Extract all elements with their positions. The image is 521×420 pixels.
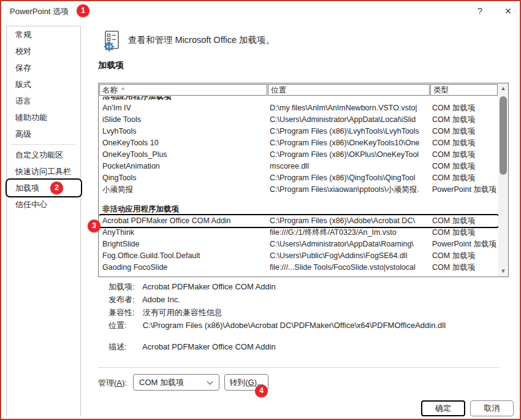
sidebar-item-quick-access[interactable]: 快速访问工具栏 bbox=[7, 163, 80, 180]
table-row[interactable]: OneKeyTools_Plus C:\Program Files (x86)\… bbox=[99, 149, 498, 161]
group-header-active: 活动应用程序加载项 bbox=[99, 96, 498, 102]
group-header-inactive: 非活动应用程序加载项 bbox=[99, 204, 498, 215]
table-row[interactable]: PocketAnimation mscoree.dll COM 加载项 bbox=[99, 161, 498, 172]
ok-button[interactable]: 确定 bbox=[421, 400, 465, 416]
table-row[interactable]: An'Im IV D:\my files\AnIm\AnImNewborn.VS… bbox=[99, 102, 498, 114]
table-row[interactable]: OneKeyTools 10 C:\Program Files (x86)\On… bbox=[99, 137, 498, 149]
table-body: 活动应用程序加载项 An'Im IV D:\my files\AnIm\AnIm… bbox=[99, 96, 498, 277]
sidebar-item-layout[interactable]: 版式 bbox=[7, 76, 80, 93]
sort-ascending-icon: ^ bbox=[121, 86, 124, 94]
chevron-down-icon bbox=[207, 379, 213, 385]
table-scrollbar[interactable]: ▲ ▼ bbox=[498, 83, 508, 277]
annotation-badge-2: 2 bbox=[50, 181, 63, 194]
table-row[interactable]: AnyThink file:///G:/1/终终终/AT0323/An_Im.v… bbox=[99, 227, 498, 239]
sidebar: 常规 校对 保存 版式 语言 辅助功能 高级 自定义功能区 快速访问工具栏 加载… bbox=[6, 26, 81, 416]
detail-addin: 加载项: Acrobat PDFMaker Office COM Addin bbox=[108, 281, 276, 293]
page-description: 查看和管理 Microsoft Office 加载项。 bbox=[128, 34, 275, 46]
sidebar-divider bbox=[10, 144, 77, 145]
sidebar-item-label: 加载项 bbox=[15, 183, 39, 193]
section-title: 加载项 bbox=[98, 60, 124, 71]
table-row-selected[interactable]: Acrobat PDFMaker Office COM Addin C:\Pro… bbox=[99, 215, 498, 227]
annotation-badge-3: 3 bbox=[88, 220, 101, 232]
close-icon[interactable]: × bbox=[501, 4, 515, 18]
column-header-location[interactable]: 位置 bbox=[268, 84, 430, 96]
annotation-badge-1: 1 bbox=[77, 4, 89, 17]
sidebar-item-general[interactable]: 常规 bbox=[7, 26, 80, 43]
scroll-down-icon[interactable]: ▼ bbox=[498, 266, 508, 277]
sidebar-item-customize-ribbon[interactable]: 自定义功能区 bbox=[7, 147, 80, 163]
cancel-button[interactable]: 取消 bbox=[470, 400, 514, 416]
group-spacer bbox=[99, 196, 498, 204]
table-row[interactable]: QingTools C:\Program Files (x86)\QingToo… bbox=[99, 172, 498, 184]
column-header-type[interactable]: 类型 bbox=[430, 84, 498, 96]
dialog-title: PowerPoint 选项 bbox=[10, 6, 69, 17]
detail-compatibility: 兼容性: 没有可用的兼容性信息 bbox=[108, 307, 222, 319]
column-header-name[interactable]: 名称^ bbox=[99, 84, 267, 96]
addins-table: 名称^ 位置 类型 活动应用程序加载项 An'Im IV D:\my files… bbox=[98, 83, 509, 277]
table-row[interactable]: LvyhTools C:\Program Files (x86)\LvyhToo… bbox=[99, 126, 498, 137]
table-row[interactable]: Fog.Office.Guild.Tool.Default C:\Users\P… bbox=[99, 250, 498, 262]
sidebar-item-save[interactable]: 保存 bbox=[7, 59, 80, 76]
manage-dropdown[interactable]: COM 加载项 bbox=[133, 374, 219, 391]
sidebar-item-accessibility[interactable]: 辅助功能 bbox=[7, 109, 80, 126]
manage-dropdown-value: COM 加载项 bbox=[139, 378, 184, 387]
annotation-badge-4: 4 bbox=[255, 384, 268, 397]
addins-page-icon bbox=[99, 29, 123, 53]
table-header: 名称^ 位置 类型 bbox=[99, 83, 498, 96]
scroll-up-icon[interactable]: ▲ bbox=[498, 83, 508, 94]
sidebar-item-addins[interactable]: 加载项 2 bbox=[7, 180, 81, 196]
table-row[interactable]: 小顽简报 C:\Program Files\xiaowan\pptools\小顽… bbox=[99, 184, 498, 196]
table-row[interactable]: iSlide Tools C:\Users\Administrator\AppD… bbox=[99, 114, 498, 126]
powerpoint-options-dialog: PowerPoint 选项 1 ? × 常规 校对 保存 版式 语言 辅助功能 … bbox=[0, 0, 521, 420]
table-row[interactable]: Gaoding FocoSlide file:///...Slide Tools… bbox=[99, 262, 498, 273]
scrollbar-thumb[interactable] bbox=[500, 96, 507, 175]
manage-label: 管理(A): bbox=[98, 378, 127, 389]
sidebar-item-advanced[interactable]: 高级 bbox=[7, 126, 80, 142]
table-row[interactable]: BrightSlide C:\Users\Administrator\AppDa… bbox=[99, 239, 498, 250]
sidebar-item-trust-center[interactable]: 信任中心 bbox=[7, 196, 80, 213]
bottom-divider bbox=[98, 367, 499, 368]
sidebar-item-proofing[interactable]: 校对 bbox=[7, 43, 80, 59]
help-icon[interactable]: ? bbox=[474, 5, 486, 17]
detail-publisher: 发布者: Adobe Inc. bbox=[108, 294, 180, 306]
detail-description: 描述: Acrobat PDFMaker Office COM Addin bbox=[108, 341, 276, 353]
detail-location: 位置: C:\Program Files (x86)\Adobe\Acrobat… bbox=[108, 319, 446, 332]
sidebar-item-language[interactable]: 语言 bbox=[7, 93, 80, 109]
